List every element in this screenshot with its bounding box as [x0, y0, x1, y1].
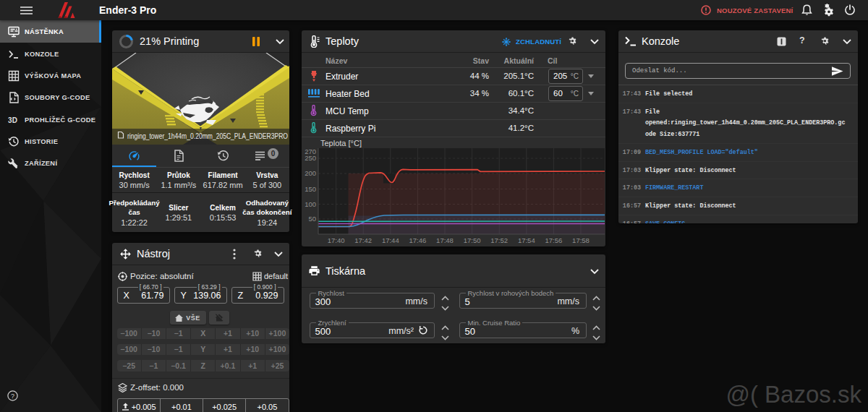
svg-text:50: 50 [308, 215, 316, 223]
svg-text:17:52: 17:52 [490, 236, 508, 244]
svg-text:250: 250 [305, 154, 316, 162]
svg-text:ringing_tower_1h44m_0.20mm_205: ringing_tower_1h44m_0.20mm_205C_PLA_ENDE… [127, 132, 288, 140]
svg-text:?: ? [11, 392, 14, 400]
svg-text:17:54: 17:54 [518, 236, 535, 244]
svg-text:150: 150 [305, 185, 316, 193]
svg-text:100: 100 [305, 200, 316, 208]
svg-text:17:42: 17:42 [354, 236, 372, 244]
svg-text:17:58: 17:58 [572, 236, 590, 244]
svg-text:17:48: 17:48 [436, 236, 454, 244]
svg-text:3D: 3D [8, 116, 17, 124]
svg-text:17:56: 17:56 [545, 236, 563, 244]
svg-text:17:50: 17:50 [464, 236, 481, 244]
svg-text:17:40: 17:40 [328, 236, 345, 244]
svg-text:17:46: 17:46 [409, 236, 427, 244]
svg-text:17:44: 17:44 [382, 236, 399, 244]
svg-text:Teplota [°C]: Teplota [°C] [320, 139, 362, 147]
svg-text:200: 200 [305, 169, 316, 177]
